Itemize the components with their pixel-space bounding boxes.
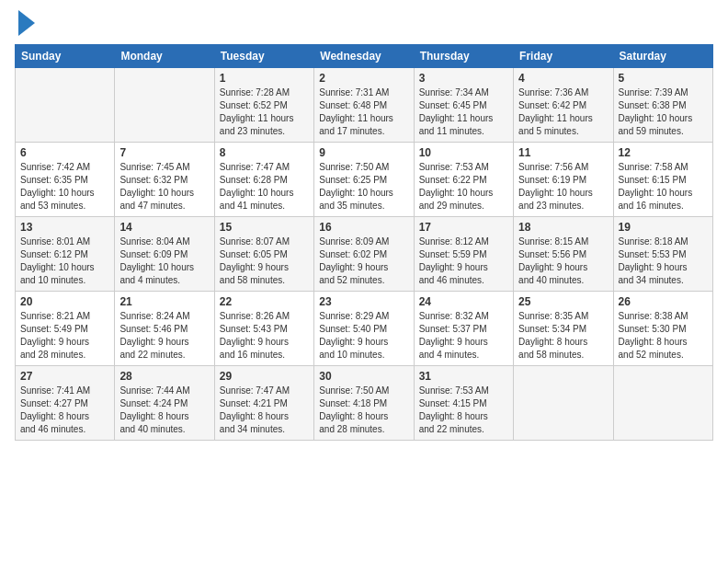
calendar-cell: 31Sunrise: 7:53 AM Sunset: 4:15 PM Dayli…: [414, 366, 513, 441]
calendar-cell: 13Sunrise: 8:01 AM Sunset: 6:12 PM Dayli…: [16, 217, 115, 292]
calendar-body: 1Sunrise: 7:28 AM Sunset: 6:52 PM Daylig…: [16, 68, 713, 441]
day-number: 24: [419, 295, 508, 308]
day-number: 10: [419, 146, 508, 159]
day-info: Sunrise: 7:53 AM Sunset: 6:22 PM Dayligh…: [419, 161, 508, 213]
calendar-cell: 7Sunrise: 7:45 AM Sunset: 6:32 PM Daylig…: [115, 143, 214, 217]
calendar-cell: 17Sunrise: 8:12 AM Sunset: 5:59 PM Dayli…: [414, 217, 513, 292]
day-number: 18: [518, 221, 608, 234]
calendar-cell: [16, 68, 115, 143]
calendar-cell: [514, 366, 613, 441]
day-info: Sunrise: 7:28 AM Sunset: 6:52 PM Dayligh…: [220, 86, 309, 138]
day-info: Sunrise: 8:29 AM Sunset: 5:40 PM Dayligh…: [319, 310, 408, 362]
calendar-cell: 10Sunrise: 7:53 AM Sunset: 6:22 PM Dayli…: [414, 143, 513, 217]
day-info: Sunrise: 8:01 AM Sunset: 6:12 PM Dayligh…: [20, 236, 109, 287]
calendar-cell: 11Sunrise: 7:56 AM Sunset: 6:19 PM Dayli…: [514, 143, 613, 217]
header-sunday: Sunday: [16, 45, 115, 68]
calendar-week-2: 6Sunrise: 7:42 AM Sunset: 6:35 PM Daylig…: [16, 143, 713, 217]
day-number: 13: [20, 221, 109, 234]
day-number: 8: [220, 146, 309, 159]
day-info: Sunrise: 8:04 AM Sunset: 6:09 PM Dayligh…: [119, 236, 209, 287]
calendar-cell: [115, 68, 214, 143]
day-number: 16: [319, 221, 408, 234]
calendar-cell: 15Sunrise: 8:07 AM Sunset: 6:05 PM Dayli…: [214, 217, 313, 292]
calendar-cell: 5Sunrise: 7:39 AM Sunset: 6:38 PM Daylig…: [613, 68, 712, 143]
day-number: 2: [319, 72, 408, 85]
header-tuesday: Tuesday: [214, 45, 313, 68]
day-info: Sunrise: 7:50 AM Sunset: 4:18 PM Dayligh…: [319, 385, 408, 436]
day-info: Sunrise: 8:07 AM Sunset: 6:05 PM Dayligh…: [220, 236, 309, 287]
day-info: Sunrise: 8:09 AM Sunset: 6:02 PM Dayligh…: [319, 236, 408, 287]
day-number: 29: [220, 370, 309, 383]
calendar-cell: 26Sunrise: 8:38 AM Sunset: 5:30 PM Dayli…: [613, 292, 712, 366]
day-info: Sunrise: 8:21 AM Sunset: 5:49 PM Dayligh…: [20, 310, 109, 362]
calendar-week-1: 1Sunrise: 7:28 AM Sunset: 6:52 PM Daylig…: [16, 68, 713, 143]
page-header: [15, 15, 713, 37]
day-number: 14: [119, 221, 209, 234]
calendar-cell: [613, 366, 712, 441]
day-info: Sunrise: 7:53 AM Sunset: 4:15 PM Dayligh…: [419, 385, 508, 436]
header-friday: Friday: [514, 45, 613, 68]
calendar-cell: 14Sunrise: 8:04 AM Sunset: 6:09 PM Dayli…: [115, 217, 214, 292]
calendar-cell: 16Sunrise: 8:09 AM Sunset: 6:02 PM Dayli…: [314, 217, 414, 292]
header-monday: Monday: [115, 45, 214, 68]
day-number: 21: [119, 295, 209, 308]
calendar-cell: 22Sunrise: 8:26 AM Sunset: 5:43 PM Dayli…: [214, 292, 313, 366]
day-info: Sunrise: 8:24 AM Sunset: 5:46 PM Dayligh…: [119, 310, 209, 362]
calendar-table: SundayMondayTuesdayWednesdayThursdayFrid…: [15, 44, 713, 441]
calendar-week-3: 13Sunrise: 8:01 AM Sunset: 6:12 PM Dayli…: [16, 217, 713, 292]
calendar-cell: 12Sunrise: 7:58 AM Sunset: 6:15 PM Dayli…: [613, 143, 712, 217]
calendar-cell: 29Sunrise: 7:47 AM Sunset: 4:21 PM Dayli…: [214, 366, 313, 441]
day-info: Sunrise: 8:18 AM Sunset: 5:53 PM Dayligh…: [619, 236, 708, 287]
day-number: 31: [419, 370, 508, 383]
day-info: Sunrise: 8:12 AM Sunset: 5:59 PM Dayligh…: [419, 236, 508, 287]
calendar-cell: 4Sunrise: 7:36 AM Sunset: 6:42 PM Daylig…: [514, 68, 613, 143]
day-number: 19: [619, 221, 708, 234]
day-info: Sunrise: 7:34 AM Sunset: 6:45 PM Dayligh…: [419, 86, 508, 138]
day-info: Sunrise: 8:15 AM Sunset: 5:56 PM Dayligh…: [518, 236, 608, 287]
day-info: Sunrise: 7:56 AM Sunset: 6:19 PM Dayligh…: [518, 161, 608, 213]
day-number: 23: [319, 295, 408, 308]
day-number: 9: [319, 146, 408, 159]
day-number: 20: [20, 295, 109, 308]
day-number: 1: [220, 72, 309, 85]
day-number: 25: [518, 295, 608, 308]
calendar-cell: 3Sunrise: 7:34 AM Sunset: 6:45 PM Daylig…: [414, 68, 513, 143]
day-info: Sunrise: 7:44 AM Sunset: 4:24 PM Dayligh…: [119, 385, 209, 436]
day-info: Sunrise: 7:47 AM Sunset: 6:28 PM Dayligh…: [220, 161, 309, 213]
day-info: Sunrise: 7:41 AM Sunset: 4:27 PM Dayligh…: [20, 385, 109, 436]
calendar-cell: 30Sunrise: 7:50 AM Sunset: 4:18 PM Dayli…: [314, 366, 414, 441]
calendar-week-4: 20Sunrise: 8:21 AM Sunset: 5:49 PM Dayli…: [16, 292, 713, 366]
calendar-cell: 19Sunrise: 8:18 AM Sunset: 5:53 PM Dayli…: [613, 217, 712, 292]
header-saturday: Saturday: [613, 45, 712, 68]
day-info: Sunrise: 8:35 AM Sunset: 5:34 PM Dayligh…: [518, 310, 608, 362]
day-number: 7: [119, 146, 209, 159]
calendar-cell: 23Sunrise: 8:29 AM Sunset: 5:40 PM Dayli…: [314, 292, 414, 366]
calendar-cell: 1Sunrise: 7:28 AM Sunset: 6:52 PM Daylig…: [214, 68, 313, 143]
day-number: 27: [20, 370, 109, 383]
day-info: Sunrise: 7:36 AM Sunset: 6:42 PM Dayligh…: [518, 86, 608, 138]
logo-arrow-icon: [18, 10, 35, 36]
day-number: 15: [220, 221, 309, 234]
calendar-cell: 9Sunrise: 7:50 AM Sunset: 6:25 PM Daylig…: [314, 143, 414, 217]
day-number: 30: [319, 370, 408, 383]
calendar-cell: 6Sunrise: 7:42 AM Sunset: 6:35 PM Daylig…: [16, 143, 115, 217]
day-number: 28: [119, 370, 209, 383]
logo: [15, 15, 35, 37]
day-info: Sunrise: 7:58 AM Sunset: 6:15 PM Dayligh…: [619, 161, 708, 213]
calendar-cell: 21Sunrise: 8:24 AM Sunset: 5:46 PM Dayli…: [115, 292, 214, 366]
calendar-header-row: SundayMondayTuesdayWednesdayThursdayFrid…: [16, 45, 713, 68]
day-number: 22: [220, 295, 309, 308]
calendar-cell: 24Sunrise: 8:32 AM Sunset: 5:37 PM Dayli…: [414, 292, 513, 366]
day-number: 5: [619, 72, 708, 85]
day-info: Sunrise: 7:50 AM Sunset: 6:25 PM Dayligh…: [319, 161, 408, 213]
day-info: Sunrise: 7:39 AM Sunset: 6:38 PM Dayligh…: [619, 86, 708, 138]
calendar-cell: 20Sunrise: 8:21 AM Sunset: 5:49 PM Dayli…: [16, 292, 115, 366]
day-number: 3: [419, 72, 508, 85]
calendar-cell: 18Sunrise: 8:15 AM Sunset: 5:56 PM Dayli…: [514, 217, 613, 292]
header-wednesday: Wednesday: [314, 45, 414, 68]
calendar-cell: 8Sunrise: 7:47 AM Sunset: 6:28 PM Daylig…: [214, 143, 313, 217]
day-info: Sunrise: 7:31 AM Sunset: 6:48 PM Dayligh…: [319, 86, 408, 138]
calendar-cell: 27Sunrise: 7:41 AM Sunset: 4:27 PM Dayli…: [16, 366, 115, 441]
day-number: 26: [619, 295, 708, 308]
calendar-cell: 28Sunrise: 7:44 AM Sunset: 4:24 PM Dayli…: [115, 366, 214, 441]
